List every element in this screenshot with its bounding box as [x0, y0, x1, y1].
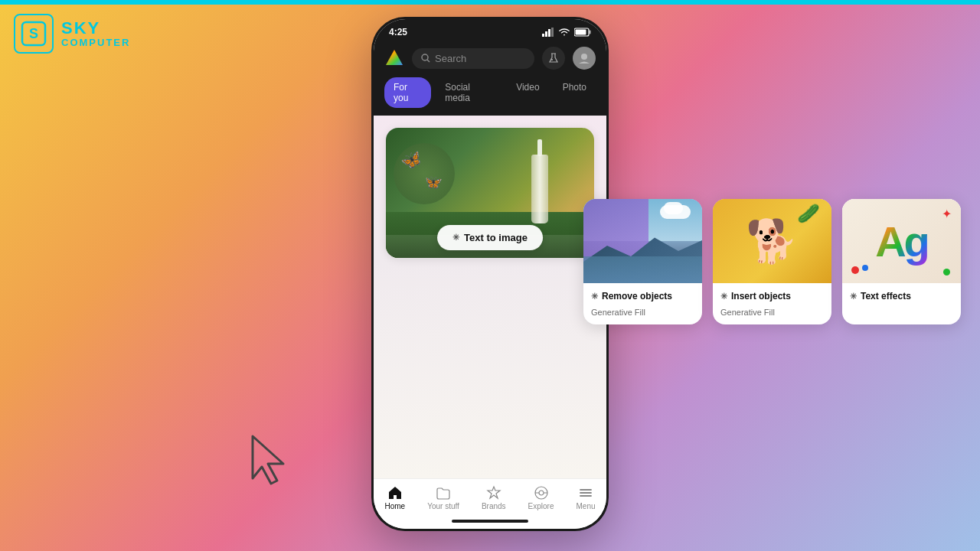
nav-brands[interactable]: Brands — [482, 485, 506, 510]
wifi-icon — [558, 28, 570, 37]
serum-bottle — [531, 139, 548, 223]
dot-blue — [862, 265, 868, 271]
svg-rect-4 — [548, 29, 550, 37]
top-border — [0, 0, 980, 5]
remove-spark-icon: ✳ — [591, 292, 598, 302]
menu-icon — [578, 485, 593, 500]
feature-card-text-to-image[interactable]: 🦋 🦋 ✳ Text to image — [386, 128, 594, 258]
dot-red — [851, 266, 859, 274]
nav-home[interactable]: Home — [385, 485, 406, 510]
nav-explore[interactable]: Explore — [528, 485, 554, 510]
search-placeholder: Search — [435, 53, 466, 64]
sparkle-decoration: ✦ — [942, 207, 952, 221]
water-reflection — [583, 256, 702, 283]
logo-svg: S — [20, 20, 47, 47]
tab-social-media[interactable]: Social media — [436, 77, 502, 108]
svg-rect-5 — [551, 28, 554, 37]
svg-point-10 — [422, 54, 428, 60]
avatar-icon — [577, 51, 591, 65]
text-to-image-button[interactable]: ✳ Text to image — [437, 225, 543, 250]
text-effects-spark-icon: ✳ — [850, 292, 857, 302]
phone-inner: 4:25 — [374, 19, 606, 529]
app-header: Search — [374, 42, 606, 77]
lab-icon-button[interactable] — [542, 47, 565, 70]
svg-rect-3 — [545, 31, 547, 37]
bottom-nav: Home Your stuff Brands — [374, 478, 606, 514]
insert-objects-sublabel: Generative Fill — [713, 306, 831, 324]
battery-icon — [574, 28, 591, 37]
svg-line-11 — [427, 60, 430, 62]
dot-green — [943, 269, 950, 276]
card-text-effects[interactable]: Ag ✦ ✳ Text effects — [842, 199, 961, 324]
avatar-button[interactable] — [573, 47, 596, 70]
content-area: 🦋 🦋 ✳ Text to image — [374, 116, 606, 478]
dog-emoji: 🐕 — [746, 220, 799, 262]
floating-cards: ✳ Remove objects Generative Fill 🐕 🥒 ✳ I… — [583, 199, 961, 324]
status-bar: 4:25 — [374, 19, 606, 42]
logo-text: SKY COMPUTER — [61, 19, 130, 48]
tab-for-you[interactable]: For you — [384, 77, 431, 108]
svg-rect-7 — [576, 30, 586, 35]
text-effects-button[interactable]: ✳ Text effects — [842, 283, 961, 306]
insert-objects-image: 🐕 🥒 — [713, 199, 831, 283]
tab-photo[interactable]: Photo — [554, 77, 596, 108]
logo-sky-text: SKY — [61, 19, 130, 37]
svg-text:S: S — [29, 26, 38, 41]
svg-point-14 — [581, 54, 587, 60]
nav-menu[interactable]: Menu — [576, 485, 595, 510]
cucumber-icon: 🥒 — [797, 203, 820, 224]
insert-spark-icon: ✳ — [720, 292, 727, 302]
remove-objects-sublabel: Generative Fill — [583, 306, 702, 324]
app-logo-icon — [384, 48, 404, 68]
card-insert-objects[interactable]: 🐕 🥒 ✳ Insert objects Generative Fill — [713, 199, 831, 324]
phone-mockup: 4:25 — [371, 17, 609, 531]
logo-icon: S — [14, 14, 54, 54]
logo-computer-text: COMPUTER — [61, 37, 130, 48]
folder-icon — [436, 485, 451, 500]
signal-icon — [542, 28, 554, 37]
insert-objects-button[interactable]: ✳ Insert objects — [713, 283, 831, 306]
remove-objects-image — [583, 199, 702, 283]
svg-rect-8 — [590, 31, 591, 34]
status-icons — [542, 28, 591, 37]
svg-point-13 — [551, 59, 553, 60]
explore-icon — [534, 485, 549, 500]
svg-rect-2 — [542, 34, 544, 37]
home-indicator — [374, 514, 606, 529]
spark-icon: ✳ — [452, 233, 459, 243]
search-bar[interactable]: Search — [412, 48, 534, 69]
nav-your-stuff[interactable]: Your stuff — [427, 485, 459, 510]
tab-video[interactable]: Video — [507, 77, 548, 108]
cursor-arrow — [245, 429, 291, 490]
brands-icon — [486, 485, 501, 500]
home-icon — [387, 485, 403, 500]
text-effects-image: Ag ✦ — [842, 199, 961, 283]
tabs-row: For you Social media Video Photo — [374, 77, 606, 116]
svg-point-16 — [539, 491, 544, 495]
flask-icon — [548, 53, 559, 64]
card-remove-objects[interactable]: ✳ Remove objects Generative Fill — [583, 199, 702, 324]
home-bar — [452, 520, 528, 523]
ag-text: Ag — [875, 217, 928, 266]
logo-area: S SKY COMPUTER — [14, 14, 130, 54]
remove-objects-button[interactable]: ✳ Remove objects — [583, 283, 702, 306]
search-icon — [421, 54, 430, 63]
status-time: 4:25 — [389, 27, 407, 37]
